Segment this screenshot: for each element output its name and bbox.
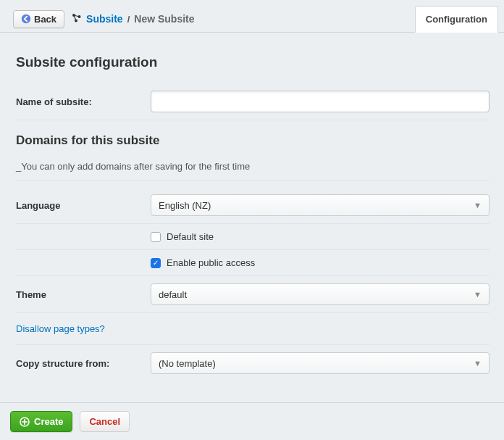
row-name: Name of subsite: <box>16 83 490 120</box>
language-label: Language <box>16 200 151 211</box>
row-language: Language English (NZ) ▼ <box>16 187 490 224</box>
name-label: Name of subsite: <box>16 96 151 107</box>
plus-circle-icon <box>20 417 30 427</box>
public-access-label: Enable public access <box>167 257 255 268</box>
row-default-site: Default site <box>16 224 490 250</box>
section-title-config: Subsite configuration <box>16 54 490 70</box>
create-button[interactable]: Create <box>10 411 72 432</box>
back-button[interactable]: Back <box>13 10 64 28</box>
copy-structure-label: Copy structure from: <box>16 358 151 369</box>
footer-bar: Create Cancel <box>0 402 504 440</box>
cancel-button[interactable]: Cancel <box>80 411 130 432</box>
tabs: Configuration <box>415 5 498 32</box>
default-site-label: Default site <box>167 231 214 242</box>
top-bar: Back Subsite / New Subsite Configuration <box>0 0 504 33</box>
theme-label: Theme <box>16 289 151 300</box>
breadcrumb-separator: / <box>127 14 130 25</box>
caret-down-icon: ▼ <box>474 201 482 209</box>
row-theme: Theme default ▼ <box>16 276 490 313</box>
section-title-domains: Domains for this subsite <box>16 133 490 148</box>
back-button-label: Back <box>34 14 56 25</box>
breadcrumb-subsite-link[interactable]: Subsite <box>86 13 123 25</box>
caret-down-icon: ▼ <box>474 359 482 368</box>
back-arrow-icon <box>21 14 31 24</box>
svg-point-0 <box>22 14 30 23</box>
caret-down-icon: ▼ <box>474 290 482 299</box>
subsite-tree-icon <box>72 13 82 25</box>
content-panel: Subsite configuration Name of subsite: D… <box>0 33 504 402</box>
app-window: Back Subsite / New Subsite Configuration… <box>0 0 504 440</box>
default-site-checkbox[interactable] <box>151 232 161 242</box>
copy-structure-value: (No template) <box>159 358 216 369</box>
breadcrumb-current: New Subsite <box>134 13 194 25</box>
name-input[interactable] <box>151 91 490 112</box>
language-select-value: English (NZ) <box>159 200 211 211</box>
language-select[interactable]: English (NZ) ▼ <box>151 194 490 216</box>
row-public-access: ✓ Enable public access <box>16 250 490 276</box>
public-access-checkbox[interactable]: ✓ <box>151 258 161 268</box>
row-copy-structure: Copy structure from: (No template) ▼ <box>16 345 490 381</box>
domains-hint: _You can only add domains after saving f… <box>16 161 490 181</box>
theme-select[interactable]: default ▼ <box>151 283 490 305</box>
create-button-label: Create <box>34 416 63 427</box>
disallow-page-types-link[interactable]: Disallow page types? <box>16 313 490 345</box>
tab-configuration[interactable]: Configuration <box>415 6 498 33</box>
breadcrumb: Subsite / New Subsite <box>72 13 194 25</box>
theme-select-value: default <box>159 289 187 300</box>
copy-structure-select[interactable]: (No template) ▼ <box>151 352 490 374</box>
